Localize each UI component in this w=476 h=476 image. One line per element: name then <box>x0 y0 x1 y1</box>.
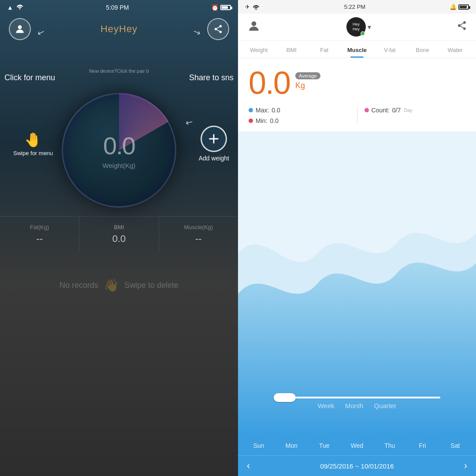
count-suffix: Day <box>404 108 413 113</box>
tab-month[interactable]: Month <box>345 402 364 409</box>
tab-water[interactable]: Water <box>439 44 472 58</box>
right-left-icons: ✈ <box>245 4 260 10</box>
chart-wave-container: Week Month Quarter <box>238 131 476 436</box>
muscle-label: Muscle(Kg) <box>159 224 238 231</box>
right-share-button[interactable] <box>457 20 467 33</box>
date-range-label: 09/25/2016 ~ 10/01/2016 <box>320 462 394 470</box>
app-title: HeyHey <box>100 23 138 35</box>
right-time: 5:22 PM <box>344 4 365 10</box>
annotation-row: Click for menu Share to sns ↙ ↘ <box>0 40 238 67</box>
right-panel: ✈ 5:22 PM 🔔 HeyHey ▾ <box>238 0 476 476</box>
tab-fat[interactable]: Fat <box>308 44 341 58</box>
svg-point-1 <box>252 21 257 26</box>
min-dot <box>249 119 253 123</box>
date-navigation: ‹ 09/25/2016 ~ 10/01/2016 › <box>238 455 476 476</box>
max-stat: Max: 0.0 <box>249 107 350 114</box>
metric-tabs: Weight BMI Fat Muscle V-fat Bone Water <box>238 41 476 58</box>
min-value: 0.0 <box>270 117 278 124</box>
svg-point-0 <box>18 25 22 29</box>
day-thu: Thu <box>373 442 406 449</box>
period-tabs: Week Month Quarter <box>318 402 397 409</box>
count-dot <box>364 108 369 112</box>
right-battery <box>458 4 469 10</box>
right-status-bar: ✈ 5:22 PM 🔔 <box>238 0 476 14</box>
stat-fat: Fat(Kg) -- <box>0 217 79 252</box>
logo-text: HeyHey <box>353 22 360 32</box>
tab-week[interactable]: Week <box>318 402 335 409</box>
alarm-icon: ⏰ <box>211 4 219 11</box>
avatar-button[interactable] <box>9 18 31 40</box>
day-wed: Wed <box>341 442 373 449</box>
min-label: Min: <box>256 117 267 124</box>
max-label: Max: <box>256 107 269 114</box>
count-label: Count: <box>372 107 390 114</box>
min-stat: Min: 0.0 <box>249 117 350 124</box>
user-profile-button[interactable] <box>247 19 261 35</box>
max-value: 0.0 <box>271 107 280 114</box>
tab-muscle[interactable]: Muscle <box>341 44 373 58</box>
day-sun: Sun <box>242 442 275 449</box>
swipe-hand-icon: 🤚 <box>24 131 42 148</box>
right-stats: Count: 0/7 Day <box>364 107 466 124</box>
stats-row: Max: 0.0 Min: 0.0 Count: 0/7 Day <box>238 103 476 131</box>
right-right-icons: 🔔 <box>450 4 469 10</box>
battery-icon <box>220 5 231 10</box>
tab-weight[interactable]: Weight <box>242 44 275 58</box>
no-records-text: No records <box>60 281 98 290</box>
right-app-header: HeyHey ▾ <box>238 14 476 41</box>
day-mon: Mon <box>275 442 308 449</box>
kg-unit: Kg <box>295 81 320 90</box>
fat-label: Fat(Kg) <box>0 224 79 231</box>
heyhey-logo: HeyHey <box>346 17 366 37</box>
time-slider[interactable] <box>274 397 440 398</box>
count-stat: Count: 0/7 Day <box>364 107 466 114</box>
slider-thumb[interactable] <box>274 393 296 402</box>
swipe-delete-hint: No records 👋 Swipe to delete <box>0 278 238 293</box>
swipe-label: Swipe for menu <box>13 150 53 156</box>
muscle-value-display: 0.0 <box>249 67 290 99</box>
average-badge: Average <box>295 72 320 79</box>
left-time: 5:09 PM <box>106 4 129 11</box>
share-button[interactable] <box>207 18 229 40</box>
day-sat: Sat <box>439 442 472 449</box>
next-date-button[interactable]: › <box>464 460 467 472</box>
delete-hand-icon: 👋 <box>104 278 119 293</box>
max-dot <box>249 108 253 112</box>
signal-icon: ▲ <box>7 4 13 11</box>
fat-value: -- <box>0 233 79 245</box>
left-status-bar: ▲ 5:09 PM ⏰ <box>0 0 238 15</box>
right-status-icons: ⏰ <box>211 4 231 11</box>
online-badge <box>361 31 365 36</box>
bmi-value: 0.0 <box>79 233 158 245</box>
stats-divider <box>357 107 357 124</box>
value-section: 0.0 Average Kg <box>238 58 476 103</box>
stat-muscle: Muscle(Kg) -- <box>159 217 238 252</box>
add-weight-button[interactable]: ↙ Add weight <box>199 126 229 162</box>
swipe-delete-label: Swipe to delete <box>124 281 178 290</box>
day-tue: Tue <box>308 442 341 449</box>
tab-quarter[interactable]: Quarter <box>374 402 396 409</box>
plus-icon[interactable] <box>201 126 227 152</box>
weight-gauge: 0.0 Weight(Kg) <box>62 93 176 208</box>
dropdown-arrow[interactable]: ▾ <box>368 23 371 31</box>
tab-bone[interactable]: Bone <box>406 44 439 58</box>
stat-bmi: BMI 0.0 <box>79 217 159 252</box>
value-labels: Average Kg <box>295 67 320 90</box>
add-arrow: ↙ <box>183 115 195 128</box>
right-wifi-icon <box>252 4 260 10</box>
wifi-icon <box>16 4 24 11</box>
left-stats: Max: 0.0 Min: 0.0 <box>249 107 350 124</box>
tab-vfat[interactable]: V-fat <box>373 44 406 58</box>
gauge-container: 🤚 Swipe for menu 0.0 Weight(Kg) ↙ Add we… <box>0 80 238 208</box>
wave-chart <box>238 131 476 436</box>
right-alarm-icon: 🔔 <box>450 4 457 10</box>
prev-date-button[interactable]: ‹ <box>247 460 250 472</box>
time-controls: Week Month Quarter <box>238 397 476 409</box>
airplane-icon: ✈ <box>245 4 250 10</box>
left-panel: ▲ 5:09 PM ⏰ HeyHey Click for me <box>0 0 238 476</box>
bmi-label: BMI <box>79 224 158 231</box>
logo-area[interactable]: HeyHey ▾ <box>346 17 371 37</box>
day-fri: Fri <box>406 442 439 449</box>
bottom-stats: Fat(Kg) -- BMI 0.0 Muscle(Kg) -- <box>0 216 238 252</box>
tab-bmi[interactable]: BMI <box>275 44 308 58</box>
